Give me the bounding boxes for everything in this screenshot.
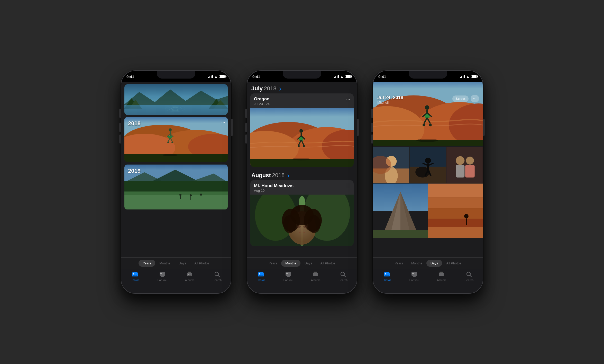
tab-days-1[interactable]: Days xyxy=(175,260,190,267)
svg-line-161 xyxy=(470,275,471,277)
svg-point-112 xyxy=(429,124,432,126)
tab-years-3[interactable]: Years xyxy=(390,260,407,267)
select-button[interactable]: Select xyxy=(452,95,468,102)
albums-tab-icon-2 xyxy=(312,271,319,278)
tab-foryou-3[interactable]: For You xyxy=(401,271,428,282)
tab-days-3[interactable]: Days xyxy=(426,260,442,267)
more-btn-oregon[interactable]: ··· xyxy=(346,97,350,102)
search-tab-icon-2 xyxy=(340,271,346,278)
signal-icon-1 xyxy=(208,75,213,78)
notch-2 xyxy=(283,71,321,79)
tab-search-1[interactable]: Search xyxy=(204,271,231,282)
foryou-tab-icon-3 xyxy=(411,271,418,278)
svg-line-97 xyxy=(344,275,345,277)
svg-rect-138 xyxy=(373,230,428,238)
svg-rect-90 xyxy=(289,273,290,273)
photo-scroll-3[interactable] xyxy=(373,82,483,266)
grid-photo-cliff[interactable] xyxy=(428,184,483,238)
svg-point-150 xyxy=(385,273,386,275)
svg-point-40 xyxy=(133,273,134,275)
tab-search-2[interactable]: Search xyxy=(330,271,357,282)
year-label-2019: 2019 xyxy=(128,168,141,174)
tab-search-label-3: Search xyxy=(464,279,473,282)
svg-rect-91 xyxy=(289,274,290,274)
svg-rect-47 xyxy=(161,276,164,277)
tab-allphotos-3[interactable]: All Photos xyxy=(442,260,465,267)
svg-point-70 xyxy=(292,158,310,160)
tab-allphotos-1[interactable]: All Photos xyxy=(190,260,214,267)
tab-years-1[interactable]: Years xyxy=(139,260,155,267)
tab-albums-2[interactable]: Albums xyxy=(302,271,330,282)
search-tab-icon-1 xyxy=(214,271,221,278)
signal-icon-2 xyxy=(334,75,339,78)
svg-rect-24 xyxy=(168,136,172,138)
grid-photo-volcano[interactable] xyxy=(373,184,428,238)
tab-foryou-label-2: For You xyxy=(283,279,293,282)
grid-photo-silhouette[interactable] xyxy=(410,147,446,183)
tab-search-label-2: Search xyxy=(338,279,347,282)
tab-photos-3[interactable]: Photos xyxy=(373,271,401,282)
svg-rect-143 xyxy=(428,219,483,227)
svg-rect-44 xyxy=(163,273,164,273)
grid-photo-couple[interactable] xyxy=(446,147,483,183)
photo-scroll-1[interactable]: 2018 ··· xyxy=(121,82,231,266)
svg-rect-43 xyxy=(160,273,162,274)
tab-months-3[interactable]: Months xyxy=(407,260,426,267)
svg-point-111 xyxy=(423,124,425,126)
svg-point-83 xyxy=(297,225,301,228)
wifi-icon-2: ▲ xyxy=(340,74,344,79)
photo-card-2018[interactable]: 2018 ··· xyxy=(124,117,228,162)
period-tabs-2: Years Months Days All Photos xyxy=(247,257,357,269)
location-card-mthood[interactable]: Mt. Hood Meadows Aug 10 ··· xyxy=(250,180,354,246)
tab-bar-3: Photos For You xyxy=(373,269,483,293)
tab-years-2[interactable]: Years xyxy=(264,260,281,267)
grid-photo-kid[interactable] xyxy=(373,147,409,183)
svg-rect-46 xyxy=(160,275,164,275)
svg-rect-94 xyxy=(314,272,317,273)
more-btn-mthood[interactable]: ··· xyxy=(346,183,350,189)
svg-rect-141 xyxy=(428,197,483,208)
svg-point-84 xyxy=(303,225,307,228)
photo-grid-row2 xyxy=(373,184,483,238)
location-card-oregon[interactable]: Oregon Jul 23 - 24 ··· xyxy=(250,93,354,167)
status-icons-2: ▲ xyxy=(334,74,352,79)
svg-rect-92 xyxy=(287,276,290,277)
tab-search-3[interactable]: Search xyxy=(455,271,483,282)
location-dates-mthood: Aug 10 xyxy=(254,189,294,193)
tab-days-2[interactable]: Days xyxy=(300,260,316,267)
photo-card-lake[interactable] xyxy=(124,84,228,115)
more-btn-2019[interactable]: ··· xyxy=(221,167,225,173)
photo-grid-row1 xyxy=(373,147,483,183)
photo-card-2019[interactable]: 2019 ··· xyxy=(124,165,228,209)
more-btn-2018[interactable]: ··· xyxy=(221,120,225,125)
tab-photos-1[interactable]: Photos xyxy=(121,271,149,282)
svg-rect-32 xyxy=(124,195,228,209)
battery-icon-1 xyxy=(219,75,226,78)
tab-albums-3[interactable]: Albums xyxy=(428,271,455,282)
photos-tab-icon-2 xyxy=(258,271,264,278)
month-header-july: July 2018 xyxy=(247,82,357,93)
svg-rect-156 xyxy=(413,276,416,277)
tab-allphotos-2[interactable]: All Photos xyxy=(316,260,340,267)
tab-months-1[interactable]: Months xyxy=(155,260,175,267)
svg-rect-50 xyxy=(188,272,191,272)
phone-3: 9:41 ▲ xyxy=(373,70,483,294)
photo-scroll-2[interactable]: July 2018 Oregon Jul 23 - 24 ··· xyxy=(247,82,357,266)
tab-foryou-2[interactable]: For You xyxy=(275,271,302,282)
period-tabs-3: Years Months Days All Photos xyxy=(373,257,483,269)
wifi-icon-3: ▲ xyxy=(466,74,470,79)
tab-albums-1[interactable]: Albums xyxy=(176,271,204,282)
tab-search-label-1: Search xyxy=(213,279,222,282)
tab-foryou-1[interactable]: For You xyxy=(149,271,176,282)
more-button-day[interactable]: ··· xyxy=(471,95,479,102)
search-tab-icon-3 xyxy=(466,271,472,278)
svg-rect-93 xyxy=(313,273,318,276)
svg-rect-89 xyxy=(286,273,288,274)
tab-months-2[interactable]: Months xyxy=(281,260,300,267)
tab-photos-2[interactable]: Photos xyxy=(247,271,275,282)
albums-tab-icon-1 xyxy=(186,271,193,278)
svg-point-121 xyxy=(425,158,431,164)
foryou-tab-icon-1 xyxy=(159,271,166,278)
status-icons-1: ▲ xyxy=(208,74,226,79)
svg-point-22 xyxy=(167,141,169,143)
